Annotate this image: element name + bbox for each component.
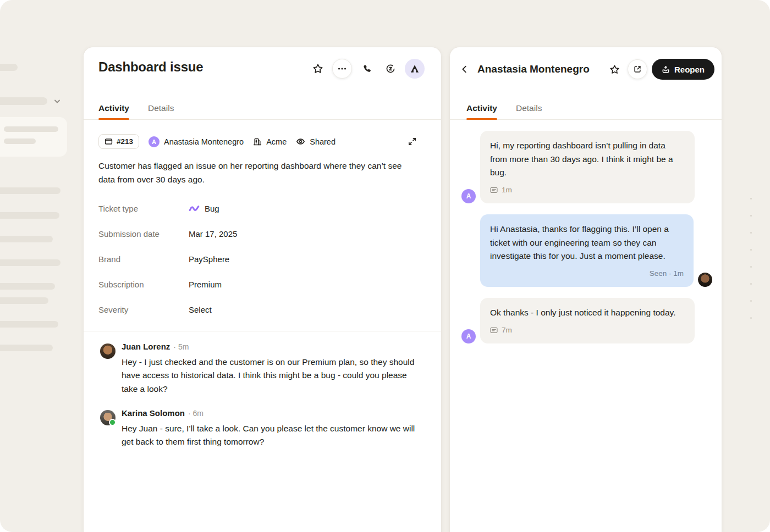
skeleton-bar [0,236,53,242]
field-label: Submission date [98,229,189,239]
ticket-fields: Ticket type Bug Submission date Mar 17, … [98,196,426,322]
avatar [100,410,116,425]
conversation-tabs: Activity Details [450,97,722,120]
skeleton-bar [0,187,61,194]
message-text: Hi Anastasia, thanks for flagging this. … [490,223,684,263]
avatar [100,343,116,359]
field-row-ticket-type: Ticket type Bug [98,196,426,221]
star-icon[interactable] [606,59,624,79]
chevron-left-icon[interactable] [460,59,475,79]
field-value-submission-date[interactable]: Mar 17, 2025 [189,229,237,239]
comment-body: Hey - I just checked and the customer is… [122,356,421,396]
ticket-attributes-row: #213 A Anastasia Montenegro Acme Shared [98,134,419,149]
skeleton-bar [4,126,58,132]
skeleton-bar [0,283,55,290]
comment-item: Juan Lorenz· 5m Hey - I just checked and… [100,342,425,396]
comment-item: Karina Solomon· 6m Hey Juan - sure, I’ll… [100,408,425,449]
phone-icon[interactable] [356,59,376,79]
field-value-brand[interactable]: PaySphere [189,254,229,264]
skeleton-bar [4,138,36,144]
expand-icon[interactable] [405,135,419,149]
star-icon[interactable] [308,59,328,79]
message-meta: Seen · 1m [490,267,684,281]
comment-time: · 5m [173,342,189,351]
conversation-title: Anastasia Montenegro [477,63,590,75]
chevron-down-icon[interactable] [53,97,62,106]
message-meta: 1m [490,184,685,197]
message-text: Hi, my reporting dashboard isn’t pulling… [490,139,685,180]
sidebar-skeleton [0,0,82,532]
field-label: Severity [98,305,189,314]
comment-author: Karina Solomon [122,408,185,418]
message-channel-icon [490,327,498,334]
skeleton-bar [0,259,61,266]
reopen-inbox-icon [662,65,670,74]
snooze-icon[interactable] [381,59,400,79]
skeleton-bar [0,97,47,105]
message-bubble: Ok thanks - I only just noticed it happe… [480,298,695,343]
field-value-subscription[interactable]: Premium [189,280,222,289]
skeleton-bar [0,212,59,219]
skeleton-bar [0,321,58,328]
message-text: Ok thanks - I only just noticed it happe… [490,306,685,320]
avatar: A [148,136,160,147]
comment-author: Juan Lorenz [122,342,170,351]
skeleton-bar [0,297,48,304]
eye-icon [296,137,305,146]
tab-details[interactable]: Details [148,97,174,119]
field-row-submission-date: Submission date Mar 17, 2025 [98,221,426,246]
avatar: A [461,329,476,343]
bug-icon [189,204,200,212]
scroll-dots [750,198,752,319]
message-list: A Hi, my reporting dashboard isn’t pulli… [450,131,722,354]
field-row-subscription: Subscription Premium [98,271,426,297]
comments-section: Juan Lorenz· 5m Hey - I just checked and… [100,342,425,461]
assignee-chip[interactable]: A Anastasia Montenegro [148,136,244,147]
ticket-icon [105,137,113,146]
conversation-panel: Anastasia Montenegro Reopen Activity Det… [449,47,722,532]
message-bubble: Hi, my reporting dashboard isn’t pulling… [480,131,695,203]
avatar: A [461,189,476,203]
ticket-tabs: Activity Details [84,97,441,120]
message-channel-icon [490,187,498,193]
field-label: Subscription [98,280,189,289]
skeleton-bar [0,345,53,351]
divider [84,331,441,331]
more-icon[interactable] [332,59,352,79]
app-background: Dashboard issue Activity Details [0,0,770,532]
tab-details[interactable]: Details [516,97,542,119]
field-value-severity-select[interactable]: Select [189,305,212,314]
field-label: Ticket type [98,204,189,213]
comment-time: · 6m [188,409,204,418]
ticket-id-chip[interactable]: #213 [98,134,139,149]
field-row-brand: Brand PaySphere [98,246,426,271]
reopen-button[interactable]: Reopen [652,59,714,80]
building-icon [253,137,262,146]
sidebar-selected-item [0,117,67,157]
visibility-chip[interactable]: Shared [296,137,336,146]
message-agent: Hi Anastasia, thanks for flagging this. … [480,214,712,287]
tab-activity[interactable]: Activity [98,97,129,119]
message-meta: 7m [490,324,685,337]
message-bubble: Hi Anastasia, thanks for flagging this. … [480,214,694,287]
message-customer: A Ok thanks - I only just noticed it hap… [461,298,712,343]
message-customer: A Hi, my reporting dashboard isn’t pulli… [461,131,712,203]
fin-logo-icon[interactable] [405,59,425,79]
tab-activity[interactable]: Activity [466,97,497,119]
company-chip[interactable]: Acme [253,137,287,146]
comment-body: Hey Juan - sure, I’ll take a look. Can y… [122,422,421,449]
open-external-icon[interactable] [628,59,647,79]
field-row-severity: Severity Select [98,297,426,322]
skeleton-bar [0,64,18,71]
ticket-actions [308,59,425,79]
field-value-ticket-type[interactable]: Bug [189,204,219,213]
avatar [698,273,712,287]
ticket-description: Customer has flagged an issue on her rep… [98,159,416,186]
field-label: Brand [98,254,189,264]
ticket-panel: Dashboard issue Activity Details [83,47,442,532]
conversation-header: Anastasia Montenegro Reopen [460,58,714,80]
ticket-title: Dashboard issue [98,59,203,75]
